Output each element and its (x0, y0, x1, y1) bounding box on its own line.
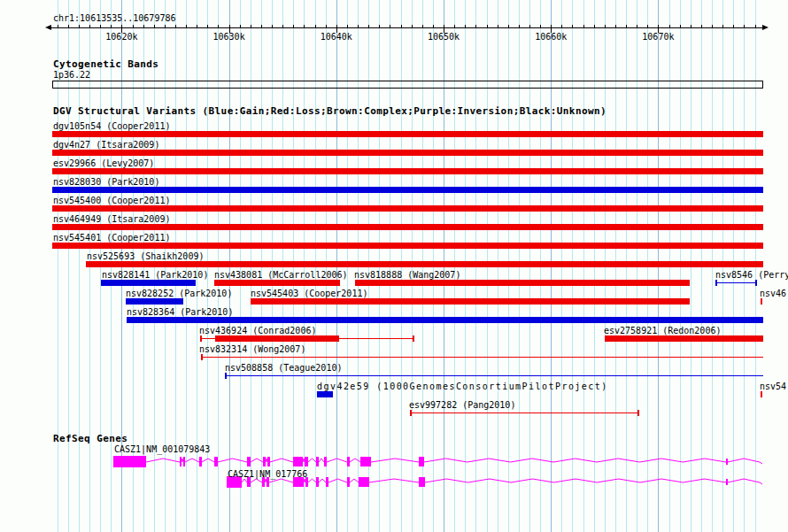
gene-exon[interactable] (316, 457, 319, 466)
gene-label[interactable]: CASZ1|NM_001079843 (114, 444, 210, 454)
gene-exon[interactable] (247, 457, 251, 466)
gene-exon[interactable] (419, 477, 425, 487)
gene-exon[interactable] (305, 457, 308, 466)
gene-exon[interactable] (180, 457, 182, 466)
gene-exon[interactable] (726, 479, 728, 485)
gene-exon[interactable] (199, 457, 202, 466)
gene-exon[interactable] (183, 457, 185, 466)
gene-exon[interactable] (214, 457, 218, 466)
genome-browser-view: chr1:10613535..10679786 10620k10630k1064… (0, 0, 788, 532)
gene-exon[interactable] (359, 477, 369, 487)
gene-exon[interactable] (267, 457, 270, 466)
gene-exon[interactable] (293, 457, 303, 466)
gene-exon[interactable] (347, 477, 350, 487)
gene-exon[interactable] (726, 459, 728, 465)
gene-exon[interactable] (326, 477, 328, 487)
gene-intron-line[interactable] (146, 459, 762, 464)
gene-label[interactable]: CASZ1|NM_017766 (228, 469, 307, 479)
gene-exon[interactable] (316, 477, 319, 487)
gene-exon[interactable] (113, 456, 146, 467)
gene-exon[interactable] (360, 457, 371, 466)
gene-exon[interactable] (324, 457, 327, 466)
gene-exon[interactable] (419, 457, 424, 466)
gene-exon[interactable] (347, 457, 350, 466)
gene-exon[interactable] (263, 457, 266, 466)
gene-intron-line[interactable] (242, 479, 762, 484)
